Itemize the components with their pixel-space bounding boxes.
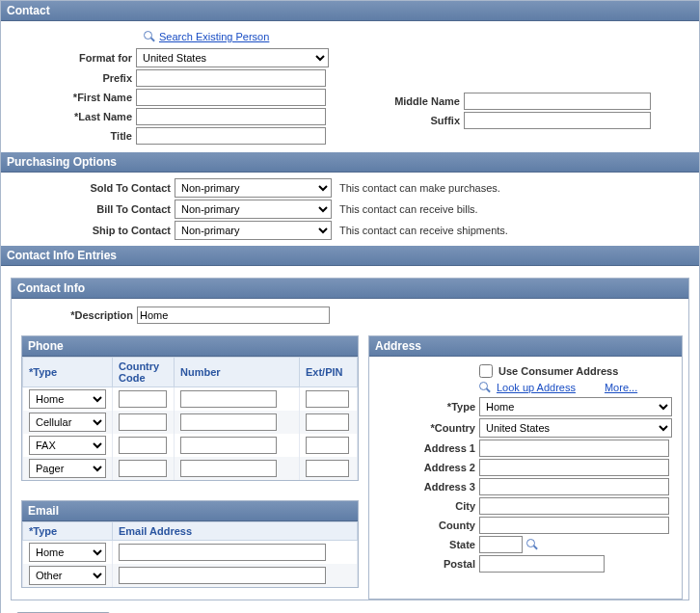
bill-to-hint: This contact can receive bills. <box>332 203 478 215</box>
state-label: State <box>379 539 479 550</box>
search-icon <box>144 31 155 42</box>
more-link[interactable]: More... <box>605 382 637 393</box>
phone-row: FAX <box>23 434 358 457</box>
ship-to-select[interactable]: Non-primary <box>175 221 332 240</box>
email-row: Other <box>23 564 358 587</box>
bill-to-select[interactable]: Non-primary <box>175 200 332 219</box>
contact-info-entries-header: Contact Info Entries <box>1 246 699 266</box>
use-consumer-address-checkbox[interactable] <box>479 364 493 378</box>
phone-ext-input[interactable] <box>306 390 349 408</box>
phone-row: Cellular <box>23 411 358 434</box>
phone-cc-input[interactable] <box>119 460 167 477</box>
phone-type-select[interactable]: FAX <box>29 436 106 455</box>
sold-to-hint: This contact can make purchases. <box>332 182 500 194</box>
phone-cc-input[interactable] <box>119 413 167 431</box>
sold-to-select[interactable]: Non-primary <box>175 178 332 198</box>
phone-type-select[interactable]: Pager <box>29 459 106 478</box>
phone-ext-col: Ext/PIN <box>300 358 358 387</box>
first-name-label: *First Name <box>11 92 136 103</box>
first-name-input[interactable] <box>136 89 326 106</box>
address-header: Address <box>369 336 682 357</box>
contact-info-header: Contact Info <box>12 279 688 299</box>
search-existing-person-link[interactable]: Search Existing Person <box>159 31 269 42</box>
format-for-select[interactable]: United States <box>136 48 329 67</box>
email-addr-input[interactable] <box>119 544 326 561</box>
phone-cc-input[interactable] <box>119 390 167 408</box>
addr1-label: Address 1 <box>379 442 479 454</box>
email-header: Email <box>22 501 358 521</box>
addr-type-label: *Type <box>379 401 479 413</box>
addr2-label: Address 2 <box>379 462 479 473</box>
sold-to-label: Sold To Contact <box>11 182 175 194</box>
lookup-address-link[interactable]: Look up Address <box>497 382 576 393</box>
addr3-input[interactable] <box>479 478 669 495</box>
title-label: Title <box>11 130 136 142</box>
last-name-label: *Last Name <box>11 111 136 122</box>
ship-to-label: Ship to Contact <box>11 225 175 236</box>
description-input[interactable] <box>137 306 330 324</box>
email-type-select[interactable]: Other <box>29 566 106 585</box>
search-icon <box>479 382 491 393</box>
phone-type-select[interactable]: Cellular <box>29 413 106 432</box>
title-input[interactable] <box>136 127 326 145</box>
email-addr-input[interactable] <box>119 567 326 584</box>
county-label: County <box>379 520 479 531</box>
last-name-input[interactable] <box>136 108 326 125</box>
email-addr-col: Email Address <box>113 522 358 541</box>
country-select[interactable]: United States <box>479 418 672 438</box>
phone-ext-input[interactable] <box>306 437 349 454</box>
addr-type-select[interactable]: Home <box>479 397 672 416</box>
phone-number-input[interactable] <box>180 390 277 408</box>
description-label: *Description <box>21 309 137 321</box>
middle-name-input[interactable] <box>464 93 651 110</box>
county-input[interactable] <box>479 517 669 534</box>
use-consumer-address-label: Use Consumer Address <box>498 365 618 377</box>
phone-row: Home <box>23 387 358 412</box>
email-type-select[interactable]: Home <box>29 543 106 562</box>
postal-input[interactable] <box>479 555 605 573</box>
city-input[interactable] <box>479 497 669 515</box>
city-label: City <box>379 500 479 512</box>
suffix-label: Suffix <box>358 115 464 126</box>
phone-number-input[interactable] <box>180 460 277 477</box>
ship-to-hint: This contact can receive shipments. <box>332 225 508 236</box>
bill-to-label: Bill To Contact <box>11 203 175 215</box>
phone-header: Phone <box>22 336 358 357</box>
purchasing-options-header: Purchasing Options <box>1 152 699 173</box>
prefix-label: Prefix <box>11 72 136 84</box>
phone-type-col: *Type <box>23 358 113 387</box>
state-input[interactable] <box>479 536 523 553</box>
phone-number-input[interactable] <box>180 437 277 454</box>
email-type-col: *Type <box>23 522 113 541</box>
phone-number-input[interactable] <box>180 413 277 431</box>
phone-ext-input[interactable] <box>306 413 349 431</box>
phone-number-col: Number <box>175 358 300 387</box>
addr2-input[interactable] <box>479 459 669 476</box>
suffix-input[interactable] <box>464 112 651 129</box>
addr3-label: Address 3 <box>379 481 479 493</box>
phone-type-select[interactable]: Home <box>29 389 106 409</box>
email-row: Home <box>23 541 358 565</box>
phone-cc-input[interactable] <box>119 437 167 454</box>
postal-label: Postal <box>379 558 479 570</box>
phone-cc-col: Country Code <box>113 358 175 387</box>
contact-header: Contact <box>1 1 699 21</box>
prefix-input[interactable] <box>136 69 326 87</box>
phone-row: Pager <box>23 457 358 480</box>
phone-ext-input[interactable] <box>306 460 349 477</box>
format-for-label: Format for <box>11 52 136 64</box>
addr1-input[interactable] <box>479 440 669 457</box>
middle-name-label: Middle Name <box>358 95 464 107</box>
country-label: *Country <box>379 422 479 434</box>
lookup-state-icon[interactable] <box>526 539 538 550</box>
